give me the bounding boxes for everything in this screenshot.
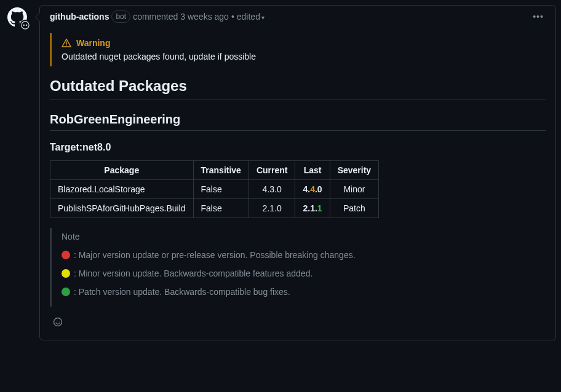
commented-text: commented	[133, 12, 178, 22]
severity-dot-yellow	[62, 269, 70, 278]
note-line: : Minor version update. Backwards-compat…	[62, 269, 536, 278]
cell-severity: Minor	[330, 180, 378, 199]
bot-badge-icon	[20, 20, 31, 31]
add-reaction-button[interactable]	[50, 314, 66, 330]
warning-title: Warning	[76, 38, 110, 48]
heading-target: Target:net8.0	[50, 142, 546, 153]
kebab-menu-button[interactable]: •••	[531, 12, 546, 22]
separator-dot: •	[231, 12, 234, 22]
edited-indicator[interactable]: edited▾	[237, 12, 265, 22]
svg-point-7	[59, 321, 60, 321]
comment-box: github-actions bot commented 3 weeks ago…	[39, 5, 556, 340]
cell-transitive: False	[193, 199, 249, 218]
warning-alert: Warning Outdated nuget packages found, u…	[50, 33, 546, 66]
note-text: : Minor version update. Backwards-compat…	[74, 269, 312, 278]
chevron-down-icon: ▾	[261, 14, 265, 21]
svg-point-1	[23, 25, 25, 26]
comment-body: Warning Outdated nuget packages found, u…	[40, 28, 555, 340]
warning-body: Outdated nuget packages found, update if…	[62, 52, 536, 61]
timeline-comment: github-actions bot commented 3 weeks ago…	[5, 5, 556, 340]
svg-point-5	[54, 318, 62, 326]
cell-transitive: False	[193, 180, 249, 199]
cell-current: 2.1.0	[249, 199, 295, 218]
warning-icon	[62, 38, 71, 48]
note-line: : Patch version update. Backwards-compat…	[62, 287, 536, 297]
svg-point-4	[66, 45, 67, 46]
cell-package: Blazored.LocalStorage	[50, 180, 194, 199]
avatar[interactable]	[5, 5, 30, 29]
note-text: : Patch version update. Backwards-compat…	[74, 287, 290, 297]
author-link[interactable]: github-actions	[50, 12, 109, 22]
smiley-icon	[53, 317, 63, 327]
cell-last: 4.4.0	[295, 180, 330, 199]
table-row: Blazored.LocalStorageFalse4.3.04.4.0Mino…	[50, 180, 379, 199]
severity-dot-green	[62, 288, 70, 296]
cell-current: 4.3.0	[249, 180, 295, 199]
svg-point-6	[56, 321, 57, 321]
note-block: Note : Major version update or pre-relea…	[50, 228, 546, 307]
cell-severity: Patch	[330, 199, 378, 218]
reactions-bar	[50, 314, 546, 330]
table-header-cell: Transitive	[193, 161, 249, 180]
note-text: : Major version update or pre-release ve…	[74, 250, 356, 260]
table-header-cell: Current	[249, 161, 295, 180]
heading-outdated-packages: Outdated Packages	[50, 77, 546, 100]
table-header-cell: Package	[50, 161, 194, 180]
packages-table: PackageTransitiveCurrentLastSeverity Bla…	[50, 160, 379, 218]
svg-point-2	[26, 25, 27, 26]
cell-package: PublishSPAforGitHubPages.Build	[50, 199, 194, 218]
comment-header: github-actions bot commented 3 weeks ago…	[40, 6, 555, 28]
svg-point-0	[22, 22, 29, 29]
severity-dot-red	[62, 251, 70, 259]
note-title: Note	[62, 232, 536, 241]
cell-last: 2.1.1	[295, 199, 330, 218]
bot-label: bot	[111, 10, 130, 23]
table-row: PublishSPAforGitHubPages.BuildFalse2.1.0…	[50, 199, 379, 218]
note-line: : Major version update or pre-release ve…	[62, 250, 536, 260]
timestamp-link[interactable]: 3 weeks ago	[180, 12, 229, 22]
heading-project: RobGreenEngineering	[50, 112, 546, 131]
table-header-cell: Last	[295, 161, 330, 180]
table-header-cell: Severity	[330, 161, 378, 180]
